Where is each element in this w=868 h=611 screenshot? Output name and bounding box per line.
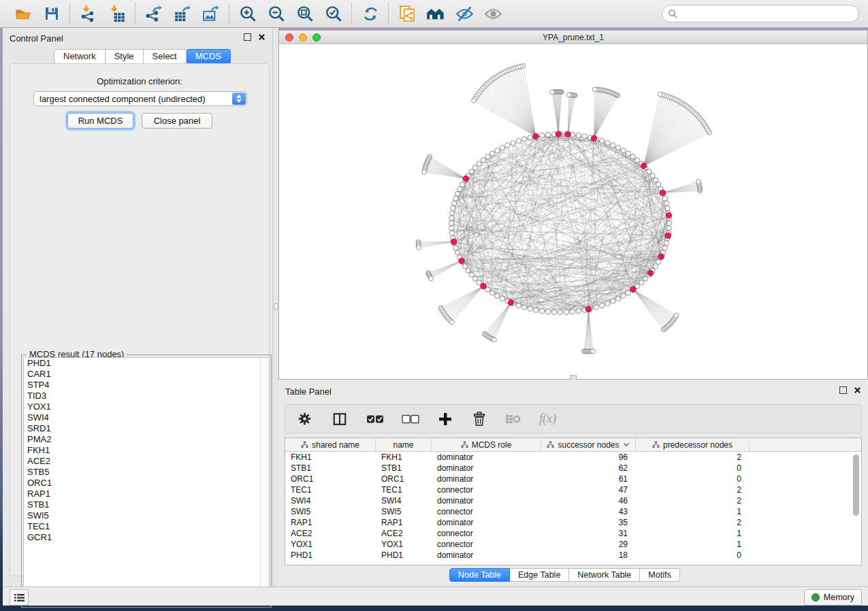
mcds-result-item[interactable]: TID3 [24,391,269,401]
table-cell: 18 [541,550,636,561]
zoom-fit-icon[interactable] [295,4,315,23]
mcds-result-item[interactable]: SWI5 [24,510,269,521]
mcds-result-item[interactable]: CAR1 [24,369,269,380]
table-row[interactable]: PHD1PHD1dominator180 [285,550,861,561]
task-list-icon [14,593,25,602]
column-header-predecessor-nodes[interactable]: predecessor nodes [636,438,750,451]
table-cell: connector [432,506,541,517]
table-cell [750,495,861,506]
tab-network-table[interactable]: Network Table [569,568,640,582]
import-table-icon[interactable] [108,4,127,23]
open-file-icon[interactable] [14,4,33,23]
close-panel-icon[interactable] [854,386,861,394]
column-header-successor-nodes[interactable]: successor nodes [541,438,636,451]
show-task-history-button[interactable] [10,589,29,606]
mcds-result-item[interactable]: STB1 [24,499,269,510]
table-row[interactable]: TEC1TEC1connector472 [285,484,861,495]
mcds-result-item[interactable]: FKH1 [24,445,269,456]
table-row[interactable]: ORC1ORC1dominator610 [285,474,861,484]
mcds-result-item[interactable]: YOX1 [24,401,269,412]
table-cell [750,474,861,484]
table-row[interactable]: ACE2ACE2connector311 [285,528,861,539]
save-icon[interactable] [42,4,61,23]
divider-handle[interactable] [274,303,278,310]
tab-mcds[interactable]: MCDS [187,49,231,64]
mcds-result-item[interactable]: GCR1 [24,532,269,543]
column-header-shared-name[interactable]: shared name [285,438,376,451]
table-cell [750,517,861,528]
hide-graphics-eye-icon[interactable] [455,4,474,23]
zoom-selected-icon[interactable] [324,4,343,23]
table-scrollbar[interactable] [852,455,860,563]
tab-style[interactable]: Style [106,49,144,64]
column-header-label: predecessor nodes [663,440,733,450]
export-network-icon[interactable] [144,4,163,23]
table-panel-title: Table Panel [285,386,332,397]
column-header-name[interactable]: name [376,438,432,451]
mcds-result-item[interactable]: PHD1 [24,358,269,369]
zoom-out-icon[interactable] [267,4,286,23]
table-row[interactable]: SWI4SWI4dominator462 [285,495,861,506]
tab-motifs[interactable]: Motifs [640,568,679,582]
export-table-icon[interactable] [173,4,192,23]
select-all-columns-icon[interactable] [366,414,384,424]
close-panel-icon[interactable] [258,33,266,41]
table-cell [750,528,861,539]
table-row[interactable]: FKH1FKH1dominator962 [285,452,861,463]
refresh-icon[interactable] [361,4,380,23]
criterion-selected-value: largest connected component (undirected) [39,94,206,104]
mcds-result-item[interactable]: STB5 [24,467,269,478]
export-web-document-icon[interactable] [398,4,417,23]
unselect-all-columns-icon[interactable] [402,414,419,424]
table-cell [750,506,861,517]
table-cell: dominator [432,495,541,506]
delete-column-trash-icon[interactable] [472,412,486,427]
criterion-select[interactable]: largest connected component (undirected) [33,91,247,106]
mcds-result-item[interactable]: RAP1 [24,489,269,499]
mcds-result-item[interactable]: STP4 [24,380,269,391]
search-input[interactable] [678,8,844,20]
table-row[interactable]: SWI5SWI5connector431 [285,506,861,517]
search-box[interactable] [662,5,859,22]
table-cell: RAP1 [285,517,376,528]
panel-divider[interactable] [273,28,278,587]
mcds-list-scrollbar[interactable] [260,358,269,605]
tab-select[interactable]: Select [144,49,187,64]
mcds-result-item[interactable]: SWI4 [24,412,269,423]
float-panel-icon[interactable] [244,33,251,41]
export-image-icon[interactable] [202,4,221,23]
table-cell: connector [432,484,541,495]
tab-node-table[interactable]: Node Table [449,568,510,582]
table-cell: 43 [541,506,636,517]
mcds-result-item[interactable]: SRD1 [24,423,269,434]
table-cell [750,550,861,561]
column-header-MCDS-role[interactable]: MCDS role [432,438,541,451]
neighbors-houses-icon[interactable] [426,4,445,23]
memory-button[interactable]: Memory [804,589,862,606]
mcds-result-item[interactable]: TEC1 [24,521,269,532]
table-cell: 47 [541,484,636,495]
mcds-result-list[interactable]: PHD1CAR1STP4TID3YOX1SWI4SRD1PMA2FKH1ACE2… [23,357,270,606]
create-column-plus-icon[interactable] [438,412,452,426]
import-network-icon[interactable] [79,4,98,23]
table-row[interactable]: RAP1RAP1dominator352 [285,517,861,528]
table-scrollbar-thumb[interactable] [853,455,859,516]
network-titlebar[interactable]: YPA_prune.txt_1 [278,30,868,44]
float-panel-icon[interactable] [839,386,847,394]
table-settings-gear-icon[interactable] [298,412,312,426]
zoom-in-icon[interactable] [238,4,257,23]
column-header-filler [750,438,861,451]
tab-network[interactable]: Network [54,49,106,64]
mcds-result-item[interactable]: ACE2 [24,456,269,467]
table-cell: TEC1 [376,484,432,495]
run-mcds-button[interactable]: Run MCDS [67,113,133,129]
show-column-panel-icon[interactable] [332,412,347,427]
close-panel-button[interactable]: Close panel [142,113,212,129]
tab-edge-table[interactable]: Edge Table [510,568,569,582]
mcds-result-item[interactable]: ORC1 [24,478,269,489]
table-cell: 46 [541,495,636,506]
network-canvas[interactable] [278,44,868,380]
table-row[interactable]: YOX1YOX1connector291 [285,539,861,550]
table-row[interactable]: STB1STB1dominator620 [285,463,861,474]
mcds-result-item[interactable]: PMA2 [24,434,269,445]
